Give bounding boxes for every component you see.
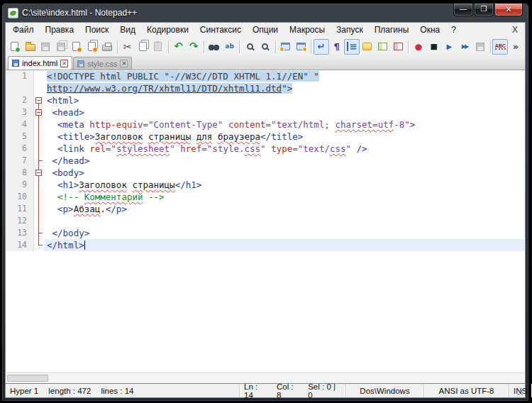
print-button[interactable] — [99, 39, 115, 55]
code-line-2[interactable]: 2<html> — [6, 94, 525, 106]
notepad-plus-plus-window: C:\site\index.html - Notepad++ — ❐ ✕ Фай… — [1, 3, 529, 402]
function-list-button[interactable] — [390, 39, 406, 55]
undo-button[interactable]: ↶ — [171, 39, 187, 55]
document-map-button[interactable] — [375, 39, 391, 55]
show-all-characters-button[interactable]: ¶ — [329, 39, 345, 55]
code-line-8[interactable]: 8 <body> — [6, 167, 525, 179]
code-line-1[interactable]: 1<!DOCTYPE html PUBLIC "-//W3C//DTD XHTM… — [6, 70, 525, 82]
fold-collapse-icon[interactable] — [35, 170, 42, 176]
code-line-9[interactable]: 9 <h1>Заголовок страницы</h1> — [6, 179, 525, 191]
user-defined-dialog-icon — [362, 43, 372, 50]
macro-save-button[interactable] — [472, 39, 488, 55]
code-line-6[interactable]: 6 <link rel="stylesheet" href="style.css… — [6, 143, 525, 155]
line-number: 6 — [6, 143, 34, 155]
toolbar-separator — [204, 40, 204, 53]
tab-close-icon[interactable]: ✕ — [120, 60, 128, 67]
menu-item-вид[interactable]: Вид — [114, 23, 141, 36]
toolbar-separator — [408, 40, 409, 53]
spell-check-button[interactable]: ABC — [492, 39, 508, 55]
save-all-button[interactable] — [53, 39, 69, 55]
menu-item-окна[interactable]: Окна — [414, 23, 445, 36]
redo-button[interactable]: ↷ — [186, 39, 201, 55]
menu-item-макросы[interactable]: Макросы — [284, 23, 331, 36]
title-bar[interactable]: C:\site\index.html - Notepad++ — ❐ ✕ — [5, 4, 526, 22]
menubar-close-icon[interactable]: X — [506, 25, 523, 35]
code-line-5[interactable]: 5 <title>Заголовок страницы для браузера… — [6, 131, 525, 143]
tab-style-css[interactable]: style.css✕ — [73, 57, 132, 70]
paste-button[interactable] — [150, 39, 166, 55]
code-text: </head> — [44, 155, 525, 167]
menu-item-правка[interactable]: Правка — [40, 23, 80, 36]
code-text: http://www.w3.org/TR/xhtml11/DTD/xhtml11… — [44, 82, 525, 94]
line-number: 1 — [6, 70, 34, 82]
fold-margin[interactable] — [34, 106, 44, 118]
macro-save-icon — [476, 43, 484, 51]
close-all-button[interactable] — [84, 39, 99, 55]
menu-item-кодировки[interactable]: Кодировки — [141, 23, 194, 36]
menu-item-опции[interactable]: Опции — [247, 23, 284, 36]
fold-margin[interactable] — [34, 167, 44, 179]
menu-item-запуск[interactable]: Запуск — [331, 23, 369, 36]
save-icon — [41, 43, 50, 51]
tab-close-icon[interactable]: ✕ — [60, 60, 68, 67]
code-editor[interactable]: 1<!DOCTYPE html PUBLIC "-//W3C//DTD XHTM… — [5, 70, 526, 372]
fold-margin — [34, 118, 44, 131]
status-eol-format[interactable]: Dos\Windows — [346, 384, 424, 397]
zoom-in-button[interactable] — [242, 39, 257, 55]
find-button[interactable] — [206, 39, 222, 55]
sync-horizontal-button[interactable] — [293, 39, 309, 55]
code-text: </html> — [44, 239, 525, 251]
maximize-button[interactable]: ❐ — [474, 4, 494, 16]
fold-collapse-icon[interactable] — [35, 109, 42, 116]
close-button[interactable]: ✕ — [494, 4, 523, 16]
code-line-14[interactable]: 14</html> — [6, 239, 525, 251]
toolbar-overflow-button[interactable]: » — [508, 39, 523, 55]
close-file-button[interactable] — [69, 39, 84, 55]
tab-index-html[interactable]: index.html✕ — [8, 56, 72, 70]
indent-guide-button[interactable]: ≡ — [344, 39, 360, 55]
new-file-icon — [11, 42, 18, 51]
menu-item-синтаксис[interactable]: Синтаксис — [194, 23, 247, 36]
line-number: 11 — [6, 203, 34, 215]
new-file-button[interactable] — [7, 39, 23, 55]
toolbar-separator — [239, 40, 240, 53]
fold-margin[interactable] — [34, 94, 44, 106]
code-text: <h1>Заголовок страницы</h1> — [44, 179, 525, 191]
code-line-7[interactable]: 7 </head> — [6, 155, 525, 167]
zoom-out-button[interactable] — [257, 39, 273, 55]
scrollbar-thumb[interactable] — [7, 375, 48, 382]
code-line-12[interactable]: 12 — [6, 215, 525, 227]
macro-play-button[interactable]: ▶ — [441, 39, 457, 55]
open-file-button[interactable] — [23, 39, 38, 55]
menu-item-плагины[interactable]: Плагины — [369, 23, 415, 36]
resize-grip-icon[interactable] — [516, 388, 524, 397]
sync-vertical-button[interactable] — [278, 39, 294, 55]
code-line-3[interactable]: 3 <head> — [6, 106, 525, 118]
code-line-10[interactable]: 10 <!-- Комментарий --> — [6, 191, 525, 203]
word-wrap-button[interactable]: ↵ — [314, 39, 329, 55]
replace-button[interactable]: ab — [222, 39, 238, 55]
status-encoding[interactable]: ANSI as UTF-8 — [424, 384, 509, 397]
show-all-characters-icon: ¶ — [333, 42, 339, 51]
menu-item-файл[interactable]: Файл — [7, 23, 40, 36]
minimize-button[interactable]: — — [453, 4, 473, 16]
user-defined-dialog-button[interactable] — [360, 39, 375, 55]
macro-run-multiple-icon: ▶▶ — [462, 44, 467, 50]
fold-margin — [34, 179, 44, 191]
menu-item-?[interactable]: ? — [445, 23, 462, 36]
code-line-11[interactable]: 11 <p>Абзац.</p> — [6, 203, 525, 215]
code-line-wrap[interactable]: http://www.w3.org/TR/xhtml11/DTD/xhtml11… — [6, 82, 525, 94]
code-line-13[interactable]: 13 </body> — [6, 227, 525, 239]
fold-collapse-icon[interactable] — [35, 97, 42, 104]
save-button[interactable] — [38, 39, 53, 55]
menu-item-поиск[interactable]: Поиск — [79, 23, 114, 36]
code-line-4[interactable]: 4 <meta http-equiv="Content-Type" conten… — [6, 118, 525, 131]
macro-run-multiple-button[interactable]: ▶▶ — [457, 39, 472, 55]
cut-button[interactable]: ✂ — [120, 39, 135, 55]
copy-button[interactable] — [135, 39, 150, 55]
macro-stop-button[interactable]: ■ — [426, 39, 442, 55]
fold-margin — [34, 227, 44, 239]
print-icon — [102, 45, 112, 51]
macro-record-button[interactable]: ● — [411, 39, 426, 55]
redo-icon: ↷ — [189, 41, 199, 52]
